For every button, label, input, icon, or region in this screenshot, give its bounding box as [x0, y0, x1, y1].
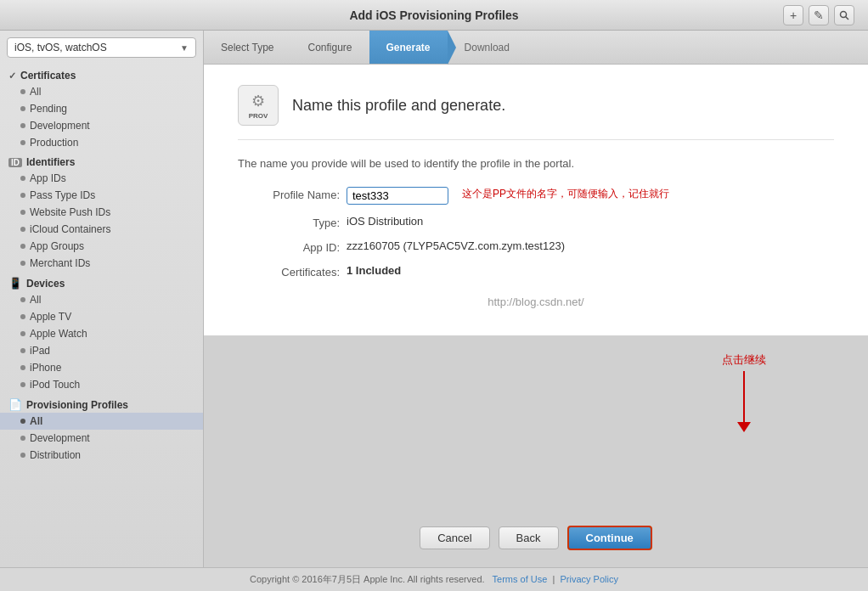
privacy-policy-link[interactable]: Privacy Policy — [560, 574, 617, 584]
dot-icon — [20, 123, 25, 128]
panel-header: ⚙ PROV Name this profile and generate. — [238, 85, 834, 140]
sidebar-item-ipad[interactable]: iPad — [0, 342, 203, 359]
sidebar-item-pending[interactable]: Pending — [0, 100, 203, 117]
sidebar-item-iphone[interactable]: iPhone — [0, 359, 203, 376]
sidebar-item-production-cert[interactable]: Production — [0, 134, 203, 151]
step-select-type[interactable]: Select Type — [204, 31, 290, 64]
search-icon — [839, 10, 849, 20]
dot-icon — [20, 419, 25, 424]
sidebar-item-apple-tv[interactable]: Apple TV — [0, 308, 203, 325]
chevron-down-icon: ▼ — [180, 43, 189, 53]
dot-icon — [20, 314, 25, 319]
certs-value: 1 Included — [347, 264, 401, 277]
add-button[interactable]: + — [783, 5, 803, 25]
sidebar: iOS, tvOS, watchOS ▼ ✓ Certificates All … — [0, 31, 204, 567]
dot-icon — [20, 382, 25, 387]
watermark: http://blog.csdn.net/ — [238, 289, 834, 315]
profile-name-hint: 这个是PP文件的名字，可随便输入，记住就行 — [462, 187, 669, 201]
dot-icon — [20, 453, 25, 458]
platform-dropdown-text: iOS, tvOS, watchOS — [14, 42, 107, 53]
sidebar-item-all-certs[interactable]: All — [0, 83, 203, 100]
dot-icon — [20, 244, 25, 249]
sidebar-item-apple-watch[interactable]: Apple Watch — [0, 325, 203, 342]
certificate-icon: ✓ — [8, 70, 16, 82]
annotation-arrow — [737, 371, 751, 432]
arrow-head — [737, 422, 751, 432]
svg-point-0 — [841, 11, 847, 17]
dot-icon — [20, 227, 25, 232]
search-button[interactable] — [834, 5, 854, 25]
arrow-line — [743, 371, 745, 422]
gear-icon: ⚙ — [251, 92, 265, 110]
svg-line-1 — [846, 16, 849, 20]
edit-button[interactable]: ✎ — [809, 5, 829, 25]
page-title: Add iOS Provisioning Profiles — [349, 8, 518, 22]
terms-of-use-link[interactable]: Terms of Use — [493, 574, 548, 584]
certs-row: Certificates: 1 Included — [238, 264, 834, 279]
id-icon: ID — [8, 158, 22, 167]
platform-dropdown[interactable]: iOS, tvOS, watchOS ▼ — [7, 37, 196, 58]
dot-icon — [20, 297, 25, 302]
back-button[interactable]: Back — [499, 526, 559, 549]
wizard-steps: Select Type Configure Generate Download — [204, 31, 868, 65]
prov-file-icon: ⚙ PROV — [238, 85, 279, 126]
sidebar-item-development-cert[interactable]: Development — [0, 117, 203, 134]
annotation-text: 点击继续 — [722, 352, 766, 368]
content-area: Select Type Configure Generate Download … — [204, 31, 868, 567]
sidebar-item-pass-type-ids[interactable]: Pass Type IDs — [0, 187, 203, 204]
dot-icon — [20, 106, 25, 111]
step-generate[interactable]: Generate — [369, 31, 448, 64]
sidebar-item-icloud-containers[interactable]: iCloud Containers — [0, 221, 203, 238]
app-id-row: App ID: zzz160705 (7LYP5AC5VZ.com.zym.te… — [238, 239, 834, 254]
dot-icon — [20, 436, 25, 441]
panel-content: ⚙ PROV Name this profile and generate. T… — [204, 65, 868, 335]
cancel-button[interactable]: Cancel — [420, 526, 489, 549]
panel-header-title: Name this profile and generate. — [292, 97, 505, 115]
gray-panel: 点击继续 Cancel Back Continue — [204, 335, 868, 567]
dot-icon — [20, 348, 25, 353]
type-value: iOS Distribution — [347, 215, 423, 228]
main-panel: ⚙ PROV Name this profile and generate. T… — [204, 65, 868, 335]
dot-icon — [20, 140, 25, 145]
devices-icon: 📱 — [8, 277, 22, 290]
dot-icon — [20, 331, 25, 336]
dot-icon — [20, 365, 25, 370]
sidebar-section-provisioning: 📄 Provisioning Profiles — [0, 393, 203, 413]
sidebar-section-identifiers: ID Identifiers — [0, 151, 203, 170]
dot-icon — [20, 193, 25, 198]
main-layout: iOS, tvOS, watchOS ▼ ✓ Certificates All … — [0, 31, 868, 567]
section-label-provisioning: Provisioning Profiles — [26, 399, 128, 411]
top-bar: Add iOS Provisioning Profiles + ✎ — [0, 0, 868, 31]
type-label: Type: — [238, 215, 340, 229]
sidebar-item-merchant-ids[interactable]: Merchant IDs — [0, 255, 203, 272]
sidebar-item-app-groups[interactable]: App Groups — [0, 238, 203, 255]
sidebar-item-ipod-touch[interactable]: iPod Touch — [0, 376, 203, 393]
sidebar-item-distribution-profile[interactable]: Distribution — [0, 447, 203, 464]
sidebar-section-certificates: ✓ Certificates — [0, 65, 203, 83]
app-id-value: zzz160705 (7LYP5AC5VZ.com.zym.test123) — [347, 239, 565, 252]
footer: Copyright © 2016年7月5日 Apple Inc. All rig… — [0, 567, 868, 591]
provisioning-icon: 📄 — [8, 398, 22, 411]
dot-icon — [20, 210, 25, 215]
section-label-identifiers: Identifiers — [26, 156, 75, 168]
sidebar-item-website-push-ids[interactable]: Website Push IDs — [0, 204, 203, 221]
profile-name-input[interactable] — [347, 187, 448, 205]
sidebar-item-all-devices[interactable]: All — [0, 291, 203, 308]
prov-icon-label: PROV — [249, 112, 268, 120]
action-buttons: Cancel Back Continue — [420, 526, 652, 550]
app-id-label: App ID: — [238, 239, 340, 254]
step-configure[interactable]: Configure — [290, 31, 369, 64]
profile-name-row: Profile Name: 这个是PP文件的名字，可随便输入，记住就行 — [238, 187, 834, 205]
type-row: Type: iOS Distribution — [238, 215, 834, 229]
annotation-container: 点击继续 — [722, 352, 766, 432]
step-download[interactable]: Download — [448, 31, 527, 64]
continue-button[interactable]: Continue — [567, 526, 652, 550]
certs-label: Certificates: — [238, 264, 340, 279]
sidebar-item-development-profile[interactable]: Development — [0, 430, 203, 447]
sidebar-item-all-profiles[interactable]: All — [0, 413, 203, 430]
dot-icon — [20, 176, 25, 181]
sidebar-item-app-ids[interactable]: App IDs — [0, 170, 203, 187]
panel-description: The name you provide will be used to ide… — [238, 157, 834, 170]
dot-icon — [20, 89, 25, 94]
top-bar-actions: + ✎ — [783, 5, 854, 25]
